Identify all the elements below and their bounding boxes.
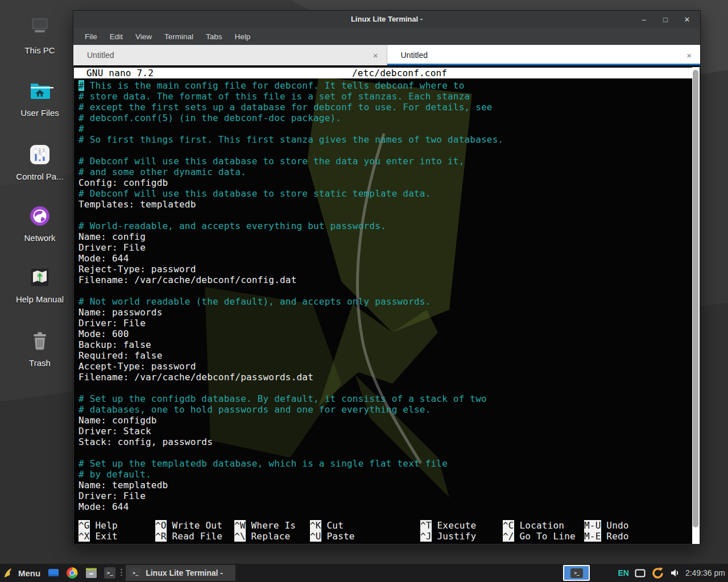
nano-titlebar: GNU nano 7.2 /etc/debconf.conf <box>74 68 692 78</box>
shortcut-go-to-line[interactable]: ^/ Go To Line <box>503 531 584 542</box>
shortcut-where-is[interactable]: ^W Where Is <box>234 520 310 531</box>
terminal-line: Backup: false <box>78 339 688 350</box>
maximize-icon[interactable]: □ <box>661 15 669 24</box>
terminal-scrollbar[interactable] <box>692 67 700 544</box>
clock[interactable]: 2:49:36 pm <box>685 568 725 577</box>
taskbar: Menu >_ >_ Linux Lite Terminal - >_ EN <box>0 564 728 582</box>
shortcut-write-out[interactable]: ^O Write Out <box>155 520 234 531</box>
trash-icon <box>26 327 53 355</box>
keyboard-layout-indicator[interactable]: EN <box>618 568 628 577</box>
terminal-tab-1[interactable]: Untitled× <box>73 45 387 65</box>
volume-icon[interactable] <box>670 568 680 577</box>
shortcut-key: ^G <box>78 520 90 531</box>
terminal-line: Reject-Type: password <box>78 264 688 275</box>
menu-item-edit[interactable]: Edit <box>104 32 129 41</box>
tab-close-icon[interactable]: × <box>686 51 692 60</box>
terminal-line: Name: configdb <box>78 415 688 426</box>
terminal-line: Driver: File <box>78 490 688 501</box>
terminal-line: # <box>78 123 688 134</box>
menu-item-tabs[interactable]: Tabs <box>200 32 229 41</box>
desktop-icon-help-manual[interactable]: Help Manual <box>3 264 76 304</box>
terminal-line: Filename: /var/cache/debconf/passwords.d… <box>78 372 688 383</box>
archive-drawer-icon <box>85 568 97 579</box>
shortcut-help[interactable]: ^G Help <box>78 520 155 531</box>
chrome-launcher[interactable] <box>67 567 78 579</box>
terminal-line: # This is the main config file for debco… <box>78 80 688 91</box>
scrollbar-thumb[interactable] <box>693 70 698 527</box>
focused-window-button[interactable]: >_ <box>563 565 590 581</box>
menu-item-terminal[interactable]: Terminal <box>158 32 200 41</box>
shortcut-undo[interactable]: M-U Undo <box>584 520 688 531</box>
terminal-launcher[interactable]: >_ <box>104 567 115 579</box>
menu-button[interactable]: Menu <box>18 568 40 578</box>
shortcut-key: ^U <box>310 531 321 542</box>
terminal-line <box>78 447 688 458</box>
shortcut-paste[interactable]: ^U Paste <box>310 531 420 542</box>
display-icon[interactable] <box>635 569 646 577</box>
archive-drawer-launcher[interactable] <box>85 567 97 579</box>
task-button-terminal[interactable]: >_ Linux Lite Terminal - <box>126 565 235 581</box>
desktop-icon-control-pa[interactable]: Control Pa... <box>3 141 76 181</box>
close-icon[interactable]: ✕ <box>683 15 691 24</box>
shortcut-key: ^O <box>155 520 167 531</box>
window-title: Linux Lite Terminal - <box>73 11 700 28</box>
shortcut-key: ^K <box>310 520 321 531</box>
terminal-tab-2[interactable]: Untitled× <box>387 45 701 65</box>
tab-close-icon[interactable]: × <box>373 51 378 60</box>
terminal-content[interactable]: GNU nano 7.2 /etc/debconf.conf # This is… <box>74 65 700 544</box>
shortcut-label: Write Out <box>172 520 223 531</box>
shortcut-read-file[interactable]: ^R Read File <box>155 531 234 542</box>
terminal-line <box>78 383 688 393</box>
tab-bar: Untitled×Untitled× <box>73 45 700 65</box>
desktop-icon-trash[interactable]: Trash <box>3 327 76 368</box>
shortcut-location[interactable]: ^C Location <box>503 520 584 531</box>
file-manager-launcher[interactable] <box>48 567 59 579</box>
terminal-line: Name: config <box>78 231 688 242</box>
nano-editor-area[interactable]: # This is the main config file for debco… <box>78 80 688 512</box>
terminal-line: Name: passwords <box>78 307 688 318</box>
desktop-icon-this-pc[interactable]: This PC <box>3 15 76 55</box>
nano-cursor: # <box>78 80 84 91</box>
shortcut-label: Replace <box>251 531 291 542</box>
terminal-line: Driver: File <box>78 242 688 253</box>
menu-item-file[interactable]: File <box>78 32 104 41</box>
terminal-line: # So first things first. This first stan… <box>78 134 688 145</box>
shortcut-row: ^X Exit^R Read File^\ Replace^U Paste^J … <box>78 531 688 542</box>
terminal-line: # Not world readable (the default), and … <box>78 296 688 307</box>
shortcut-label: Location <box>520 520 565 531</box>
shortcut-key: ^C <box>503 520 514 531</box>
shortcut-exit[interactable]: ^X Exit <box>78 531 155 542</box>
shortcut-label: Cut <box>327 520 344 531</box>
shortcut-key: ^R <box>155 531 167 542</box>
tab-label: Untitled <box>87 51 114 60</box>
menu-bar: FileEditViewTerminalTabsHelp <box>73 28 700 45</box>
shortcut-justify[interactable]: ^J Justify <box>420 531 503 542</box>
shortcut-label: Read File <box>172 531 223 542</box>
menu-item-help[interactable]: Help <box>229 32 257 41</box>
terminal-line: Mode: 644 <box>78 253 688 264</box>
terminal-icon: >_ <box>104 567 115 579</box>
window-titlebar[interactable]: Linux Lite Terminal - – □ ✕ <box>73 11 700 28</box>
terminal-line: # debconf.conf(5) (in the debconf-doc pa… <box>78 113 688 123</box>
desktop-icon-network[interactable]: Network <box>3 202 76 243</box>
shortcut-label: Redo <box>606 531 628 542</box>
shortcut-cut[interactable]: ^K Cut <box>310 520 420 531</box>
linux-lite-menu-icon[interactable] <box>3 567 13 579</box>
folder-home-icon <box>26 77 53 105</box>
terminal-line: # and some other dynamic data. <box>78 167 688 177</box>
shortcut-execute[interactable]: ^T Execute <box>420 520 503 531</box>
shortcut-label: Undo <box>606 520 628 531</box>
shortcut-label: Exit <box>96 531 118 542</box>
update-notifier-icon[interactable] <box>651 567 664 580</box>
nano-file-path: /etc/debconf.conf <box>352 68 447 78</box>
menu-item-view[interactable]: View <box>129 32 158 41</box>
shortcut-key: ^\ <box>234 531 246 542</box>
shortcut-label: Execute <box>437 520 477 531</box>
minimize-icon[interactable]: – <box>640 15 648 24</box>
shortcut-redo[interactable]: M-E Redo <box>584 531 688 542</box>
shortcut-replace[interactable]: ^\ Replace <box>234 531 310 542</box>
terminal-line: # store data. The format of this file is… <box>78 91 688 102</box>
terminal-line: # except the first sets up a database fo… <box>78 102 688 113</box>
terminal-line <box>78 145 688 156</box>
desktop-icon-user-files[interactable]: User Files <box>3 77 76 118</box>
